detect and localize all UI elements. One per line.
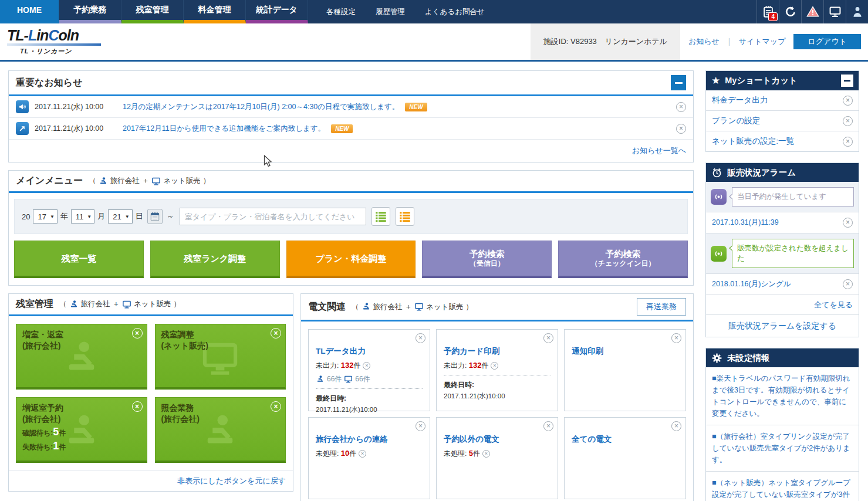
card-title-link[interactable]: 旅行会社からの連絡: [316, 434, 387, 445]
card-stat: 未出力: 132件×: [316, 361, 423, 371]
datepicker-button[interactable]: [147, 209, 163, 224]
shortcut-link[interactable]: プランの設定: [712, 116, 760, 126]
nav-link-settings[interactable]: 各種設定: [316, 7, 366, 17]
memo-count-badge: 4: [768, 12, 778, 21]
stat-close-icon[interactable]: ×: [363, 362, 370, 370]
card-title-link[interactable]: 予約以外の電文: [444, 434, 499, 445]
notice-link[interactable]: 12月の定期メンテナンスは2017年12月10日(月) 2:00～4:30の日程…: [123, 102, 399, 112]
card-title-link[interactable]: 予約カード印刷: [444, 346, 499, 357]
reservation-search-checkin-button[interactable]: 予約検索（チェックイン日）: [558, 241, 688, 278]
sales-alarm-panel: 販売状況アラーム 当日予約が発生しています 2017.10.31(月)11:39…: [705, 163, 859, 337]
card-close-icon[interactable]: ×: [543, 333, 553, 343]
chevron-down-icon: ▼: [87, 214, 92, 219]
tab-reservation[interactable]: 予約業務: [59, 0, 121, 23]
account-button[interactable]: [846, 0, 868, 23]
search-input[interactable]: [180, 208, 366, 225]
notices-collapse-button[interactable]: [671, 75, 686, 90]
tile-add-return-rooms[interactable]: 増室・返室 (旅行会社) ×: [16, 324, 147, 390]
tile-add-return-reservation[interactable]: 増返室予約 (旅行会社) 確認待ち:5件 失敗待ち:1件 ×: [16, 397, 147, 463]
alarm-entry-link[interactable]: 2017.10.31(月)11:39: [712, 218, 779, 228]
unset-info-item[interactable]: ■楽天トラベルのパスワード有効期限切れまで後3日です。有効期限が切れるとサイトコ…: [706, 367, 859, 425]
see-all-link[interactable]: 全てを見る: [814, 300, 853, 309]
tile-room-adjust-net[interactable]: 残室調整 (ネット販売) ×: [155, 324, 286, 390]
shortcut-close-icon[interactable]: ×: [843, 116, 853, 126]
shortcut-close-icon[interactable]: ×: [843, 96, 853, 106]
card-title-link[interactable]: TLデータ出力: [316, 346, 366, 357]
notice-link[interactable]: 2017年12月11日から使用できる追加機能をご案内致します。: [123, 124, 325, 134]
app-logo[interactable]: TL-LinColn TL・リンカーン: [7, 28, 119, 56]
room-stock-list-button[interactable]: 残室一覧: [14, 241, 144, 278]
last-date-label: 最終日時:: [316, 394, 423, 404]
day-select[interactable]: 21▼: [108, 209, 132, 224]
card-title-link[interactable]: 通知印刷: [572, 346, 603, 357]
unset-info-item[interactable]: ■（ネット販売）ネット室タイプグループ設定が完了していない販売室タイプが3件あり…: [706, 472, 859, 501]
month-select[interactable]: 11▼: [71, 209, 94, 224]
alarm-footer: 販売状況アラームを設定する: [706, 315, 859, 337]
alarm-close-icon[interactable]: ×: [843, 279, 853, 289]
new-badge: NEW: [331, 124, 353, 133]
warning-icon: [806, 5, 819, 18]
unset-info-item[interactable]: ■（旅行会社）室タイプリンク設定が完了していない販売先室タイプが2件があります。: [706, 425, 859, 472]
agent-icon: [316, 375, 325, 384]
monitor-button[interactable]: [823, 0, 846, 23]
tab-statistics[interactable]: 統計データ: [246, 0, 308, 23]
telegram-header: 電文関連 （ 旅行会社 ＋ ネット販売 ） 再送業務: [301, 294, 693, 321]
card-close-icon[interactable]: ×: [543, 421, 553, 431]
card-non-reservation-telegram: × 予約以外の電文 未処理: 5件×: [436, 417, 558, 499]
card-close-icon[interactable]: ×: [416, 421, 425, 431]
refresh-button[interactable]: [779, 0, 801, 23]
card-close-icon[interactable]: ×: [671, 333, 681, 343]
monitor-icon: [151, 177, 161, 186]
megaphone-icon: [16, 100, 29, 113]
configure-alarm-link[interactable]: 販売状況アラームを設定する: [728, 321, 836, 330]
memo-button[interactable]: 4: [756, 0, 779, 23]
my-shortcuts-panel: ★ Myショートカット 料金データ出力 × プランの設定 × ネット販売の設定:…: [705, 70, 859, 152]
resend-work-button[interactable]: 再送業務: [637, 298, 686, 316]
stat-close-icon[interactable]: ×: [482, 450, 490, 458]
utility-icons: 4: [756, 0, 868, 23]
restore-hidden-buttons-link[interactable]: 非表示にしたボタンを元に戻す: [177, 476, 286, 485]
card-stat: 未処理: 5件×: [444, 449, 550, 459]
shortcut-close-icon[interactable]: ×: [843, 137, 853, 147]
tile-subtitle: (旅行会社): [161, 414, 280, 425]
tile-inquiry-work[interactable]: 照会業務 (旅行会社) ×: [155, 397, 286, 463]
card-title-link[interactable]: 全ての電文: [572, 434, 612, 445]
tab-room-stock[interactable]: 残室管理: [121, 0, 184, 23]
important-notices-panel: 重要なお知らせ 2017.11.21(水) 10:00 12月の定期メンテナンス…: [8, 70, 694, 163]
card-tl-data-output: × TLデータ出力 未出力: 132件× 66件 66件 最終日時:: [308, 329, 430, 411]
plan-rate-adjust-button[interactable]: プラン・料金調整: [286, 241, 416, 278]
nav-link-faq[interactable]: よくあるお問合せ: [415, 7, 495, 17]
stat-close-icon[interactable]: ×: [359, 450, 366, 458]
notice-close-icon[interactable]: ×: [676, 102, 686, 112]
monitor-icon: [344, 375, 353, 384]
header-notice-link[interactable]: お知らせ: [688, 36, 720, 47]
notice-row: 2017.11.21(水) 10:00 12月の定期メンテナンスは2017年12…: [9, 96, 693, 118]
logout-button[interactable]: ログアウト: [793, 34, 861, 49]
shortcut-link[interactable]: 料金データ出力: [712, 95, 768, 106]
stat-close-icon[interactable]: ×: [491, 362, 498, 370]
notice-close-icon[interactable]: ×: [676, 124, 686, 134]
card-close-icon[interactable]: ×: [671, 421, 681, 431]
all-notices-link[interactable]: お知らせ一覧へ: [632, 146, 686, 155]
notice-row: 2017.11.21(水) 10:00 2017年12月11日から使用できる追加…: [9, 118, 693, 140]
last-date-value: 2017.11.21(水)10:00: [316, 405, 423, 414]
channel-caption: （ 旅行会社 ＋ ネット販売 ）: [59, 299, 181, 309]
card-close-icon[interactable]: ×: [416, 333, 425, 343]
shortcut-link[interactable]: ネット販売の設定:一覧: [712, 136, 794, 147]
shortcuts-collapse-button[interactable]: [841, 75, 853, 87]
alarm-close-icon[interactable]: ×: [843, 218, 853, 228]
room-rank-adjust-button[interactable]: 残室ランク調整: [150, 241, 280, 278]
tab-rates[interactable]: 料金管理: [184, 0, 246, 23]
nav-link-history[interactable]: 履歴管理: [366, 7, 415, 17]
search-list-orange-button[interactable]: [396, 207, 414, 226]
search-list-green-button[interactable]: [371, 207, 390, 226]
quick-search-bar: 20 17▼ 年 11▼ 月 21▼ 日 ～: [14, 199, 688, 234]
reservation-search-received-button[interactable]: 予約検索（受信日）: [422, 241, 552, 278]
star-icon: ★: [711, 76, 720, 86]
tab-home[interactable]: HOME: [0, 0, 59, 23]
telegram-panel: 電文関連 （ 旅行会社 ＋ ネット販売 ） 再送業務: [300, 293, 694, 501]
year-select[interactable]: 17▼: [33, 209, 57, 224]
sitemap-link[interactable]: サイトマップ: [739, 36, 786, 47]
alert-button[interactable]: [801, 0, 823, 23]
alarm-entry-link[interactable]: 2018.01.16(月)シングル: [712, 279, 791, 289]
